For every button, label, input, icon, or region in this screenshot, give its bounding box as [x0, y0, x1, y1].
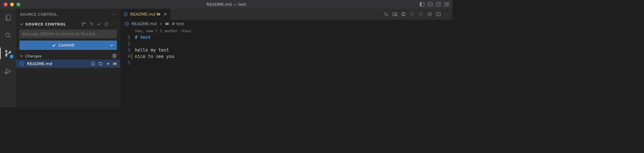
panel-title-row: SOURCE CONTROL ···	[16, 9, 120, 20]
view-as-list-icon[interactable]	[89, 22, 94, 26]
info-icon	[19, 61, 24, 66]
check-icon[interactable]	[97, 22, 101, 26]
svg-point-12	[6, 50, 7, 52]
svg-point-17	[82, 23, 83, 23]
commit-menu-button[interactable]	[106, 41, 117, 50]
commit-button-label: Commit	[59, 43, 75, 48]
svg-point-36	[419, 12, 422, 16]
toggle-primary-sidebar-icon[interactable]	[419, 2, 425, 7]
line-number: 1	[120, 34, 130, 41]
timeline-icon[interactable]	[427, 12, 432, 17]
split-editor-icon[interactable]	[436, 12, 441, 17]
chevron-down-icon	[19, 54, 23, 58]
provider-actions: ···	[82, 22, 117, 26]
changes-count: 1	[112, 53, 117, 59]
commit-message-input[interactable]	[19, 30, 117, 38]
open-file-icon[interactable]	[91, 61, 95, 66]
editor-more-icon[interactable]: ···	[444, 12, 450, 17]
codelens[interactable]: You, now | 1 author (You)	[135, 28, 453, 34]
refresh-icon[interactable]	[104, 22, 109, 26]
provider-more-icon[interactable]: ···	[112, 22, 117, 26]
discard-icon[interactable]	[98, 61, 103, 66]
svg-point-29	[125, 13, 126, 14]
provider-head[interactable]: SOURCE CONTROL ···	[16, 20, 120, 28]
file-status: M	[113, 62, 117, 66]
code-area[interactable]: You, now | 1 author (You) # test hello m…	[135, 28, 453, 66]
panel-more-icon[interactable]: ···	[111, 12, 116, 17]
svg-point-13	[6, 55, 7, 56]
chevron-right-icon	[159, 22, 162, 26]
line-gutter: 1 2 3 4 5	[120, 28, 135, 66]
editor-actions: ···	[381, 9, 453, 20]
line-number: 3	[120, 47, 130, 53]
view-as-tree-icon[interactable]	[82, 22, 86, 26]
symbol-string-icon: abc	[165, 21, 169, 26]
code-line: # test	[135, 34, 453, 41]
customize-layout-icon[interactable]	[444, 2, 449, 7]
info-icon	[124, 21, 129, 26]
activity-source-control[interactable]: 1	[0, 48, 16, 59]
code-line: hello my test	[135, 47, 453, 53]
commit-button[interactable]: Commit	[20, 41, 106, 50]
close-window-button[interactable]	[4, 3, 8, 6]
svg-point-41	[126, 23, 127, 23]
window-title: README.md — test	[207, 2, 246, 7]
prev-change-icon[interactable]	[410, 12, 415, 17]
open-preview-icon[interactable]	[392, 12, 397, 17]
panel-title: SOURCE CONTROL	[20, 12, 57, 17]
revert-icon[interactable]	[401, 12, 406, 17]
activity-search[interactable]	[0, 30, 16, 41]
svg-rect-9	[447, 5, 448, 6]
svg-text:abc: abc	[165, 23, 169, 25]
activity-explorer[interactable]	[0, 12, 16, 23]
debug-icon	[4, 68, 12, 75]
svg-rect-7	[444, 3, 446, 6]
code-line	[135, 60, 453, 66]
breadcrumb-symbol: # test	[172, 21, 184, 26]
changed-file-row[interactable]: README.md M	[16, 60, 120, 68]
activity-run-debug[interactable]	[0, 65, 16, 77]
source-control-panel: SOURCE CONTROL ··· SOURCE CONTROL ··· Co…	[16, 9, 120, 107]
next-change-icon[interactable]	[418, 12, 424, 17]
svg-point-10	[6, 33, 9, 37]
code-line	[135, 41, 453, 47]
line-number: 2	[120, 41, 130, 47]
editor-group: README.md M ··· README.md abc	[120, 9, 453, 107]
code-line: nice to see you	[135, 53, 453, 60]
svg-rect-25	[21, 63, 22, 65]
svg-marker-15	[6, 69, 10, 73]
chevron-down-icon	[110, 43, 114, 47]
info-icon	[123, 12, 128, 17]
maximize-window-button[interactable]	[17, 3, 20, 6]
compare-changes-icon[interactable]	[383, 12, 389, 17]
changes-head[interactable]: Changes 1	[16, 52, 120, 60]
line-number: 4	[120, 53, 130, 60]
toggle-secondary-sidebar-icon[interactable]	[436, 2, 441, 7]
minimize-window-button[interactable]	[10, 3, 14, 6]
svg-rect-5	[436, 3, 441, 6]
close-tab-icon[interactable]	[163, 12, 167, 16]
editor-content[interactable]: 1 2 3 4 5 You, now | 1 author (You) # te…	[120, 28, 453, 66]
svg-rect-8	[447, 3, 448, 4]
file-actions	[91, 61, 111, 66]
scm-badge: 1	[10, 54, 14, 59]
svg-rect-42	[126, 23, 127, 25]
activity-bar: 1	[0, 9, 16, 107]
svg-point-24	[21, 63, 22, 63]
breadcrumb[interactable]: README.md abc # test	[120, 20, 453, 28]
toggle-panel-icon[interactable]	[428, 2, 433, 7]
title-bar: README.md — test	[0, 0, 453, 9]
stage-plus-icon[interactable]	[106, 61, 111, 66]
svg-point-19	[84, 23, 85, 24]
tab-row: README.md M ···	[120, 9, 453, 20]
tab-readme[interactable]: README.md M	[120, 9, 171, 20]
changes-label: Changes	[25, 54, 42, 58]
tab-modified: M	[157, 12, 160, 17]
svg-point-35	[410, 12, 414, 16]
line-number: 5	[120, 60, 130, 66]
check-icon	[52, 43, 56, 48]
svg-line-11	[9, 36, 11, 38]
svg-point-18	[82, 25, 83, 26]
search-icon	[4, 32, 12, 39]
svg-point-14	[9, 51, 11, 53]
